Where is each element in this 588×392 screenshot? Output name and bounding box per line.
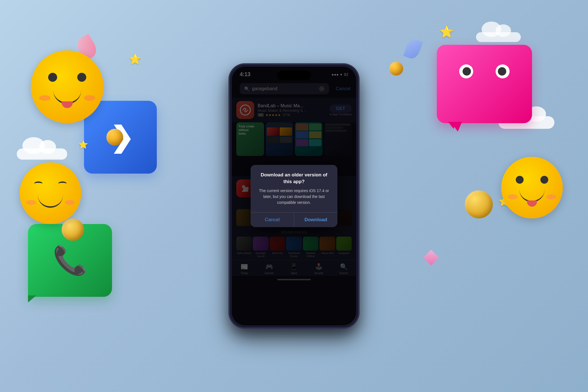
iphone-screen: 4:13 ●●● ▾ 82 🔍 garageband ✕ Cancel [232,67,356,325]
modal-download-button[interactable]: Download [294,213,338,227]
modal-message: The current version requires iOS 17.4 or… [257,188,331,206]
modal-cancel-button[interactable]: Cancel [251,213,294,227]
modal-title: Download an older version of this app? [257,172,331,185]
modal-content: Download an older version of this app? T… [251,165,337,206]
download-dialog: Download an older version of this app? T… [251,165,337,227]
iphone-body: 4:13 ●●● ▾ 82 🔍 garageband ✕ Cancel [230,64,358,328]
modal-overlay: Download an older version of this app? T… [232,67,356,325]
iphone-device: 4:13 ●●● ▾ 82 🔍 garageband ✕ Cancel [230,64,358,328]
modal-buttons: Cancel Download [251,213,337,227]
